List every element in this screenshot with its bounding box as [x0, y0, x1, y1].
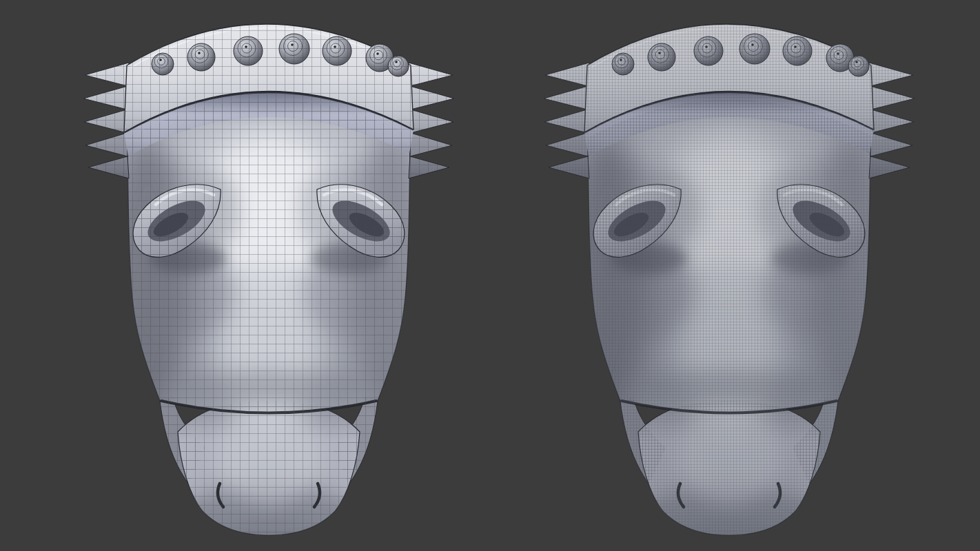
- coarse-wireframe-overlay: [83, 24, 454, 535]
- fine-wireframe-overlay: [544, 24, 915, 535]
- viewport-background: [0, 0, 980, 551]
- wireframe-head-low-subdivision: [61, 3, 481, 548]
- wireframe-head-high-subdivision: [521, 3, 941, 548]
